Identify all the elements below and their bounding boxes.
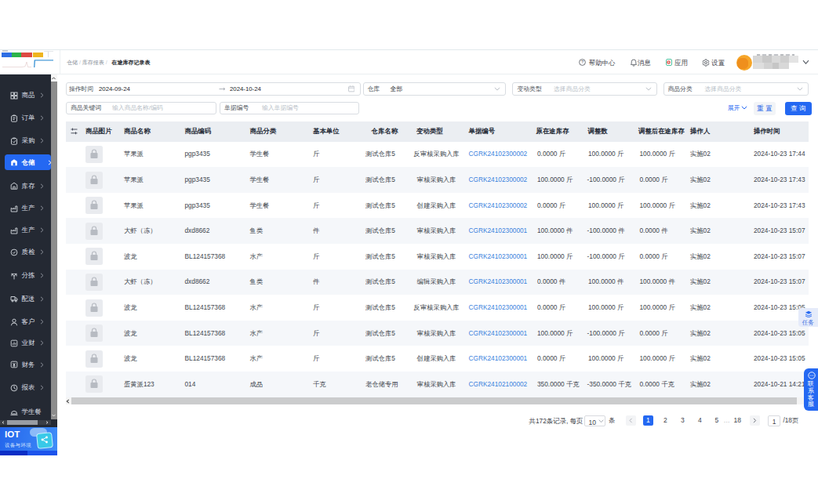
svg-text:?: ?: [581, 60, 584, 64]
